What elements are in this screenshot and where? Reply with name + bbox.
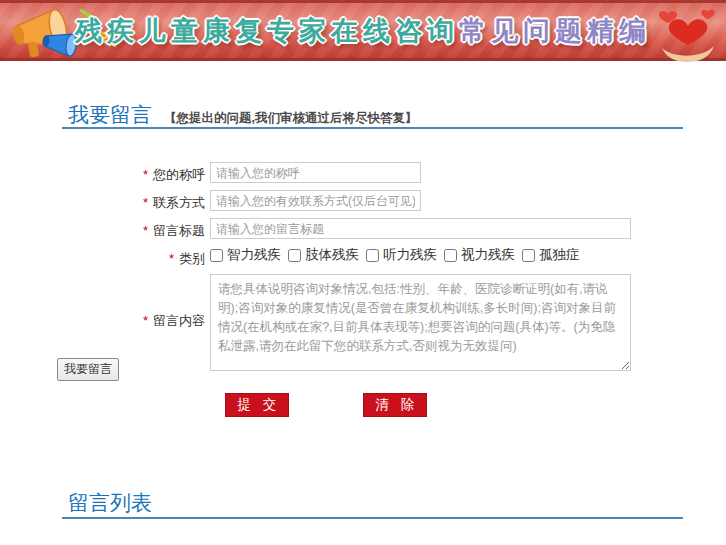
category-checkbox-group: 智力残疾 肢体残疾 听力残疾 视力残疾 孤独症 (210, 246, 587, 264)
banner-title: 残疾儿童康复专家在线咨询常见问题精编 (75, 13, 651, 49)
contact-input[interactable] (210, 190, 421, 211)
section-divider (62, 517, 683, 519)
message-form-header: 我要留言 【您提出的问题,我们审核通过后将尽快答复】 (68, 101, 417, 129)
page: 残疾儿童康复专家在线咨询常见问题精编 我要留言 【您提出的问题,我们审核通过后将… (0, 0, 726, 545)
category-checkbox[interactable] (444, 249, 457, 262)
required-marker: * (143, 195, 148, 210)
subject-input[interactable] (210, 218, 631, 239)
message-form-title: 我要留言 (68, 101, 152, 129)
category-option-hearing[interactable]: 听力残疾 (366, 246, 437, 264)
required-marker: * (169, 251, 174, 266)
hand-hearts-icon (652, 6, 724, 62)
required-marker: * (143, 167, 148, 182)
leave-message-anchor-button[interactable]: 我要留言 (57, 358, 119, 381)
required-marker: * (143, 223, 148, 238)
category-checkbox[interactable] (210, 249, 223, 262)
banner-title-part2: 常见问题精编 (459, 16, 651, 46)
contact-label: *联系方式 (0, 194, 205, 212)
message-form-note: 【您提出的问题,我们审核通过后将尽快答复】 (164, 110, 417, 127)
section-divider (62, 127, 683, 129)
site-banner: 残疾儿童康复专家在线咨询常见问题精编 (0, 0, 726, 61)
category-checkbox[interactable] (288, 249, 301, 262)
nickname-label: *您的称呼 (0, 166, 205, 184)
category-option-autism[interactable]: 孤独症 (522, 246, 580, 264)
category-checkbox[interactable] (366, 249, 379, 262)
category-option-intellectual[interactable]: 智力残疾 (210, 246, 281, 264)
category-option-vision[interactable]: 视力残疾 (444, 246, 515, 264)
category-option-physical[interactable]: 肢体残疾 (288, 246, 359, 264)
submit-button[interactable]: 提 交 (225, 393, 289, 417)
category-label: *类别 (0, 250, 205, 268)
content-textarea[interactable] (210, 274, 631, 371)
message-list-title: 留言列表 (68, 489, 152, 517)
banner-title-part1: 残疾儿童康复专家在线咨询 (75, 16, 459, 46)
content-label: *留言内容 (0, 312, 205, 330)
message-list-header: 留言列表 (68, 489, 152, 517)
clear-button[interactable]: 清 除 (363, 393, 427, 417)
nickname-input[interactable] (210, 162, 421, 183)
subject-label: *留言标题 (0, 222, 205, 240)
required-marker: * (143, 313, 148, 328)
category-checkbox[interactable] (522, 249, 535, 262)
